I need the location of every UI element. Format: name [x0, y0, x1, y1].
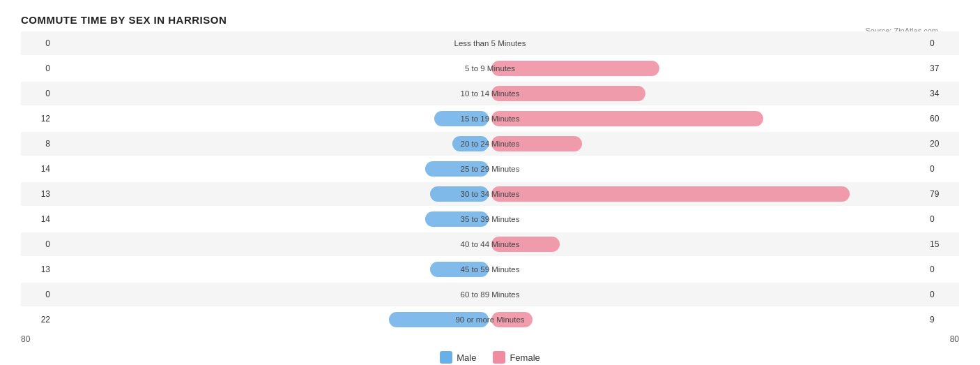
right-value: 60	[924, 114, 959, 124]
male-bar	[425, 161, 489, 177]
chart-row: 8 20 to 24 Minutes 20	[21, 132, 959, 156]
chart-row: 0 60 to 89 Minutes 0	[21, 283, 959, 306]
male-bar	[430, 262, 489, 277]
left-value: 13	[21, 265, 56, 274]
right-value: 0	[924, 290, 959, 299]
row-label: Less than 5 Minutes	[454, 39, 526, 47]
female-bar	[491, 136, 582, 151]
bars-container: 90 or more Minutes	[56, 308, 924, 332]
male-bar	[389, 312, 489, 327]
female-bar	[491, 86, 645, 101]
female-bar	[491, 61, 659, 76]
legend-female-label: Female	[510, 352, 539, 363]
left-value: 0	[21, 64, 56, 73]
right-value: 0	[924, 214, 959, 224]
chart-area: 0 Less than 5 Minutes 0 0 5 to 9 Minutes…	[21, 31, 959, 332]
left-value: 0	[21, 290, 56, 299]
right-value: 20	[924, 139, 959, 149]
right-value: 0	[924, 38, 959, 48]
right-value: 9	[924, 315, 959, 325]
chart-row: 0 5 to 9 Minutes 37	[21, 57, 959, 80]
bars-container: 25 to 29 Minutes	[56, 157, 924, 181]
bars-container: 5 to 9 Minutes	[56, 57, 924, 80]
legend-female: Female	[493, 351, 539, 364]
bars-container: Less than 5 Minutes	[56, 31, 924, 55]
bars-container: 45 to 59 Minutes	[56, 258, 924, 281]
chart-row: 0 10 to 14 Minutes 34	[21, 82, 959, 105]
axis-right-label: 80	[924, 334, 959, 344]
left-value: 0	[21, 38, 56, 48]
left-value: 0	[21, 89, 56, 98]
female-bar	[491, 312, 533, 327]
legend-male-box	[440, 351, 452, 364]
chart-row: 13 45 to 59 Minutes 0	[21, 258, 959, 281]
left-value: 0	[21, 239, 56, 249]
female-bar	[491, 186, 850, 202]
chart-title: COMMUTE TIME BY SEX IN HARRISON	[21, 14, 959, 26]
right-value: 0	[924, 265, 959, 274]
chart-row: 12 15 to 19 Minutes 60	[21, 107, 959, 131]
chart-row: 13 30 to 34 Minutes 79	[21, 182, 959, 206]
right-value: 79	[924, 189, 959, 199]
chart-row: 22 90 or more Minutes 9	[21, 308, 959, 332]
female-bar	[491, 237, 560, 252]
bars-container: 15 to 19 Minutes	[56, 107, 924, 131]
male-bar	[430, 186, 489, 202]
right-value: 34	[924, 89, 959, 98]
left-value: 8	[21, 139, 56, 149]
right-value: 15	[924, 239, 959, 249]
legend-female-box	[493, 351, 505, 364]
bars-container: 40 to 44 Minutes	[56, 232, 924, 256]
chart-row: 14 35 to 39 Minutes 0	[21, 207, 959, 231]
female-bar	[491, 111, 763, 126]
chart-row: 0 40 to 44 Minutes 15	[21, 232, 959, 256]
row-label: 60 to 89 Minutes	[460, 290, 519, 299]
left-value: 12	[21, 114, 56, 124]
male-bar	[425, 211, 489, 227]
left-value: 14	[21, 164, 56, 174]
male-bar	[434, 111, 489, 126]
legend-male-label: Male	[457, 352, 476, 363]
bars-container: 35 to 39 Minutes	[56, 207, 924, 231]
right-value: 37	[924, 64, 959, 73]
bars-container: 20 to 24 Minutes	[56, 132, 924, 156]
chart-row: 0 Less than 5 Minutes 0	[21, 31, 959, 55]
right-value: 0	[924, 164, 959, 174]
chart-row: 14 25 to 29 Minutes 0	[21, 157, 959, 181]
left-value: 13	[21, 189, 56, 199]
left-value: 22	[21, 315, 56, 325]
legend: Male Female	[21, 351, 959, 364]
bars-container: 10 to 14 Minutes	[56, 82, 924, 105]
bars-container: 30 to 34 Minutes	[56, 182, 924, 206]
bars-container: 60 to 89 Minutes	[56, 283, 924, 306]
left-value: 14	[21, 214, 56, 224]
legend-male: Male	[440, 351, 476, 364]
male-bar	[452, 136, 489, 151]
axis-labels: 80 80	[21, 334, 959, 344]
axis-left-label: 80	[21, 334, 56, 344]
